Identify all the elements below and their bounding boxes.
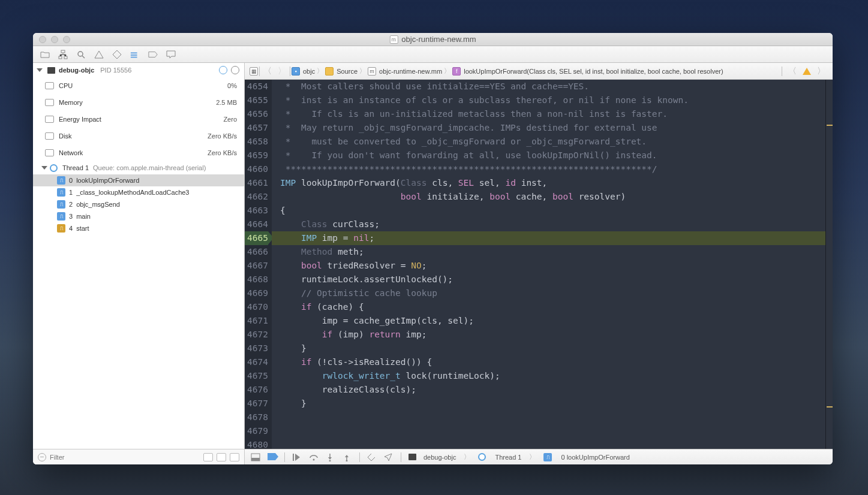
editor-area: ▦ 〈 〉 ▪ objc 〉 Source 〉 m objc-runtime-n… [245, 63, 833, 464]
stack-frame[interactable]: ⎍ 2 objc_msgSend [33, 198, 244, 210]
gauge-label: Disk [59, 132, 71, 140]
traffic-lights [33, 36, 70, 43]
svg-rect-5 [131, 55, 137, 56]
jump-bar[interactable]: ▦ 〈 〉 ▪ objc 〉 Source 〉 m objc-runtime-n… [245, 63, 833, 80]
view-debug-icon[interactable] [367, 453, 377, 461]
gauge-label: Memory [59, 99, 83, 106]
warning-icon[interactable] [94, 50, 104, 59]
frame-index: 3 [69, 213, 73, 220]
thread-icon [50, 164, 58, 172]
search-icon[interactable] [76, 50, 86, 59]
debug-navigator: debug-objc PID 15556 CPU 0% Memory 2.5 M… [33, 63, 245, 464]
file-icon: m [368, 67, 376, 76]
stack-frame[interactable]: ⎍ 0 lookUpImpOrForward [33, 174, 244, 186]
frame-index: 4 [69, 225, 73, 232]
line-gutter[interactable]: 4654465546564657465846594660466146624663… [245, 80, 272, 449]
filter-option-3[interactable] [230, 453, 239, 461]
view-process-by-queue-icon[interactable] [231, 66, 239, 74]
debug-bar: debug-objc 〉 Thread 1 〉 ⎍ 0 lookUpImpOrF… [245, 449, 833, 464]
stack-frame[interactable]: ⎍ 3 main [33, 210, 244, 222]
close-button[interactable] [39, 36, 46, 43]
gauge-icon [45, 132, 54, 140]
filter-option-1[interactable] [203, 453, 213, 461]
frame-name: objc_msgSend [76, 201, 120, 208]
minimize-button[interactable] [51, 36, 58, 43]
code-editor[interactable]: 4654465546564657465846594660466146624663… [245, 80, 833, 449]
code-content[interactable]: * Most callers should use initialize==YE… [272, 80, 825, 449]
back-button[interactable]: 〈 [261, 66, 274, 77]
hide-debug-icon[interactable] [251, 453, 260, 461]
disclosure-down-icon[interactable] [37, 68, 43, 72]
test-icon[interactable] [112, 50, 122, 59]
disclosure-down-icon[interactable] [41, 166, 47, 170]
content-split: debug-objc PID 15556 CPU 0% Memory 2.5 M… [33, 63, 833, 464]
forward-button[interactable]: 〉 [275, 66, 289, 77]
jb-project[interactable]: objc [303, 68, 315, 75]
gauge-memory[interactable]: Memory 2.5 MB [33, 94, 244, 111]
view-process-by-thread-icon[interactable] [219, 66, 227, 74]
frame-index: 0 [69, 177, 73, 184]
filter-input[interactable] [50, 454, 200, 461]
breakpoints-toggle-icon[interactable] [268, 453, 277, 461]
thread-icon [478, 453, 486, 461]
frame-name: main [76, 213, 91, 220]
frame-icon: ⎍ [543, 453, 552, 461]
issue-prev[interactable]: 〈 [786, 66, 799, 77]
gauge-value: 0% [227, 82, 237, 89]
step-in-icon[interactable] [326, 453, 335, 461]
terminal-icon [47, 67, 55, 74]
issue-next[interactable]: 〉 [815, 66, 828, 77]
svg-point-10 [313, 458, 315, 460]
related-items-icon[interactable]: ▦ [250, 67, 258, 76]
function-icon: f [452, 67, 461, 76]
minimap[interactable] [825, 80, 833, 449]
debug-nav-icon[interactable] [130, 50, 140, 59]
thread-row[interactable]: Thread 1 Queue: com.apple.main-thread (s… [33, 161, 244, 174]
jb-file[interactable]: objc-runtime-new.mm [379, 68, 442, 75]
db-frame[interactable]: 0 lookUpImpOrForward [561, 454, 629, 461]
navigator-toolbar [33, 46, 833, 63]
warning-badge-icon[interactable] [803, 68, 811, 75]
hierarchy-icon[interactable] [58, 50, 68, 59]
step-over-icon[interactable] [309, 453, 319, 461]
filter-clear-icon[interactable] [38, 453, 46, 461]
process-row[interactable]: debug-objc PID 15556 [33, 63, 244, 77]
filter-option-2[interactable] [217, 453, 226, 461]
location-icon[interactable] [384, 453, 394, 461]
db-process[interactable]: debug-objc [424, 454, 456, 461]
breakpoint-nav-icon[interactable] [148, 50, 158, 59]
file-icon: m [389, 35, 398, 44]
gauge-energy-impact[interactable]: Energy Impact Zero [33, 111, 244, 128]
frame-icon: ⎍ [57, 224, 65, 233]
svg-rect-4 [131, 52, 137, 53]
svg-rect-9 [293, 454, 294, 461]
frame-index: 2 [69, 201, 73, 208]
gauge-value: Zero KB/s [208, 132, 237, 140]
db-thread[interactable]: Thread 1 [495, 454, 521, 461]
jb-symbol[interactable]: lookUpImpOrForward(Class cls, SEL sel, i… [464, 68, 723, 75]
step-out-icon[interactable] [343, 453, 352, 461]
gauge-icon [45, 149, 54, 156]
folder-icon[interactable] [40, 50, 50, 59]
gauge-value: Zero [223, 116, 237, 123]
gauge-network[interactable]: Network Zero KB/s [33, 144, 244, 161]
jb-folder[interactable]: Source [337, 68, 358, 75]
thread-queue: Queue: com.apple.main-thread (serial) [93, 164, 206, 171]
frame-icon: ⎍ [57, 212, 65, 221]
frame-icon: ⎍ [57, 188, 65, 197]
frame-index: 1 [69, 189, 73, 196]
svg-rect-2 [64, 56, 67, 59]
frame-name: _class_lookupMethodAndLoadCache3 [76, 189, 189, 196]
gauge-cpu[interactable]: CPU 0% [33, 77, 244, 94]
stack-frame[interactable]: ⎍ 4 start [33, 222, 244, 234]
process-name: debug-objc [59, 67, 94, 74]
titlebar[interactable]: m objc-runtime-new.mm [33, 33, 833, 46]
xcode-window: m objc-runtime-new.mm debug-objc PID 155… [33, 33, 833, 464]
stack-frame[interactable]: ⎍ 1 _class_lookupMethodAndLoadCache3 [33, 186, 244, 198]
continue-icon[interactable] [292, 453, 302, 461]
zoom-button[interactable] [63, 36, 70, 43]
svg-point-3 [78, 52, 83, 56]
gauge-disk[interactable]: Disk Zero KB/s [33, 128, 244, 144]
svg-rect-6 [131, 56, 137, 58]
log-icon[interactable] [166, 50, 176, 59]
